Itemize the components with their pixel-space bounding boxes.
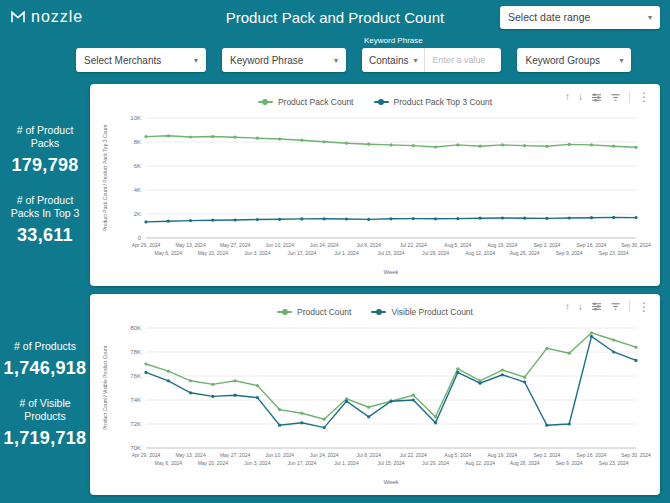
- svg-text:Aug 19, 2024: Aug 19, 2024: [487, 452, 517, 458]
- arrow-down-icon[interactable]: ↓: [578, 92, 583, 102]
- legend-item[interactable]: Visible Product Count: [371, 307, 473, 317]
- svg-text:May 20, 2024: May 20, 2024: [198, 460, 229, 466]
- svg-text:Aug 19, 2024: Aug 19, 2024: [487, 242, 517, 248]
- date-range-select[interactable]: Select date range ▾: [500, 6, 660, 29]
- svg-text:78K: 78K: [130, 349, 141, 355]
- metric-value: 179,798: [3, 155, 87, 176]
- chevron-down-icon: ▾: [619, 56, 623, 65]
- svg-text:4K: 4K: [134, 187, 141, 193]
- metric-visible-products: # of Visible Products 1,719,718: [3, 397, 87, 449]
- svg-text:Jul 1, 2024: Jul 1, 2024: [334, 460, 359, 466]
- arrow-down-icon[interactable]: ↓: [578, 302, 583, 312]
- metric-label: # of Product Packs In Top 3: [3, 194, 87, 220]
- svg-text:Product Pack Count / Product P: Product Pack Count / Product Pack Top 3 …: [102, 124, 108, 231]
- dashboard-page: nozzle Product Pack and Product Count Se…: [0, 0, 670, 503]
- svg-text:Jul 15, 2024: Jul 15, 2024: [377, 250, 404, 256]
- svg-text:Jun 24, 2024: Jun 24, 2024: [310, 452, 339, 458]
- svg-text:Sep 2, 2024: Sep 2, 2024: [533, 452, 560, 458]
- chevron-down-icon: ▾: [413, 56, 417, 65]
- metric-product-packs: # of Product Packs 179,798: [3, 124, 87, 176]
- kebab-menu-icon[interactable]: ⋮: [638, 91, 650, 103]
- chevron-down-icon: ▾: [194, 56, 198, 65]
- condition-select-label: Contains: [369, 55, 408, 66]
- svg-text:Jun 17, 2024: Jun 17, 2024: [287, 250, 316, 256]
- svg-text:Week: Week: [383, 269, 399, 275]
- svg-text:Jun 24, 2024: Jun 24, 2024: [310, 242, 339, 248]
- svg-text:May 13, 2024: May 13, 2024: [175, 452, 206, 458]
- toolbar-divider: [629, 301, 630, 312]
- legend-label: Visible Product Count: [391, 307, 473, 317]
- app-header: nozzle Product Pack and Product Count Se…: [0, 0, 670, 34]
- svg-text:74K: 74K: [130, 397, 141, 403]
- filter-icon[interactable]: [610, 301, 621, 312]
- legend-item[interactable]: Product Pack Top 3 Count: [374, 97, 493, 107]
- product-count-chart: 70K72K74K76K78K80KApr 29, 2024May 6, 202…: [98, 320, 652, 488]
- svg-text:Jun 3, 2024: Jun 3, 2024: [244, 460, 270, 466]
- svg-text:Sep 30, 2024: Sep 30, 2024: [621, 452, 651, 458]
- product-pack-chart-card: ↑ ↓ ⋮ Product Pack CountProduct Pack Top…: [90, 84, 660, 286]
- svg-text:Jul 8, 2024: Jul 8, 2024: [356, 452, 381, 458]
- legend-label: Product Pack Count: [278, 97, 354, 107]
- svg-text:72K: 72K: [130, 421, 141, 427]
- svg-text:Jun 3, 2024: Jun 3, 2024: [244, 250, 270, 256]
- legend-label: Product Pack Top 3 Count: [394, 97, 493, 107]
- svg-text:70K: 70K: [130, 445, 141, 451]
- legend-item[interactable]: Product Pack Count: [258, 97, 354, 107]
- dashboard-body: # of Product Packs 179,798 # of Product …: [0, 80, 670, 503]
- svg-text:Aug 26, 2024: Aug 26, 2024: [510, 460, 540, 466]
- filter-bar: Select Merchants ▾ Keyword Phrase ▾ Keyw…: [0, 34, 670, 80]
- svg-text:6K: 6K: [134, 163, 141, 169]
- logo-text: nozzle: [31, 8, 83, 26]
- keyword-phrase-value-input[interactable]: [425, 55, 501, 65]
- svg-text:76K: 76K: [130, 373, 141, 379]
- svg-text:Sep 16, 2024: Sep 16, 2024: [577, 242, 607, 248]
- svg-text:Jul 22, 2024: Jul 22, 2024: [400, 242, 427, 248]
- svg-text:Jul 22, 2024: Jul 22, 2024: [400, 452, 427, 458]
- condition-select[interactable]: Contains ▾: [362, 48, 425, 72]
- product-count-metrics: # of Products 1,746,918 # of Visible Pro…: [0, 294, 90, 496]
- svg-text:Jul 29, 2024: Jul 29, 2024: [422, 460, 449, 466]
- svg-text:Jun 17, 2024: Jun 17, 2024: [287, 460, 316, 466]
- svg-text:Jun 10, 2024: Jun 10, 2024: [265, 452, 294, 458]
- svg-text:Aug 5, 2024: Aug 5, 2024: [444, 242, 471, 248]
- svg-text:Aug 26, 2024: Aug 26, 2024: [510, 250, 540, 256]
- keyword-phrase-group-label: Keyword Phrase: [364, 36, 501, 45]
- svg-text:Aug 12, 2024: Aug 12, 2024: [465, 460, 495, 466]
- keyword-phrase-select[interactable]: Keyword Phrase ▾: [222, 48, 346, 72]
- svg-text:Jul 1, 2024: Jul 1, 2024: [334, 250, 359, 256]
- legend-item[interactable]: Product Count: [277, 307, 351, 317]
- arrow-up-icon[interactable]: ↑: [565, 302, 570, 312]
- metric-label: # of Product Packs: [3, 124, 87, 150]
- filter-icon[interactable]: [610, 92, 621, 103]
- keyword-phrase-select-label: Keyword Phrase: [230, 55, 303, 66]
- keyword-groups-select[interactable]: Keyword Groups ▾: [517, 48, 631, 72]
- svg-text:0: 0: [138, 235, 142, 241]
- svg-text:10K: 10K: [130, 115, 141, 121]
- chevron-down-icon: ▾: [648, 13, 652, 22]
- nozzle-logo[interactable]: nozzle: [10, 8, 83, 26]
- arrow-up-icon[interactable]: ↑: [565, 92, 570, 102]
- metric-value: 1,719,718: [3, 428, 87, 449]
- metric-label: # of Visible Products: [3, 397, 87, 423]
- sliders-icon[interactable]: [591, 301, 602, 312]
- metric-product-packs-top3: # of Product Packs In Top 3 33,611: [3, 194, 87, 246]
- svg-text:Jul 8, 2024: Jul 8, 2024: [356, 242, 381, 248]
- svg-text:May 20, 2024: May 20, 2024: [198, 250, 229, 256]
- svg-text:Sep 16, 2024: Sep 16, 2024: [577, 452, 607, 458]
- card-toolbar: ↑ ↓ ⋮: [565, 91, 650, 103]
- toolbar-divider: [629, 92, 630, 103]
- sliders-icon[interactable]: [591, 92, 602, 103]
- svg-text:May 27, 2024: May 27, 2024: [220, 242, 251, 248]
- page-title: Product Pack and Product Count: [226, 9, 444, 26]
- kebab-menu-icon[interactable]: ⋮: [638, 301, 650, 313]
- merchants-select[interactable]: Select Merchants ▾: [76, 48, 206, 72]
- product-pack-metrics: # of Product Packs 179,798 # of Product …: [0, 84, 90, 286]
- product-count-section: # of Products 1,746,918 # of Visible Pro…: [0, 294, 660, 496]
- svg-text:May 6, 2024: May 6, 2024: [155, 460, 183, 466]
- svg-text:8K: 8K: [134, 139, 141, 145]
- legend-label: Product Count: [297, 307, 351, 317]
- svg-text:Aug 12, 2024: Aug 12, 2024: [465, 250, 495, 256]
- keyword-phrase-filter-group: Keyword Phrase Contains ▾: [362, 36, 501, 72]
- legend-line-icon: [258, 101, 273, 103]
- product-pack-section: # of Product Packs 179,798 # of Product …: [0, 84, 660, 286]
